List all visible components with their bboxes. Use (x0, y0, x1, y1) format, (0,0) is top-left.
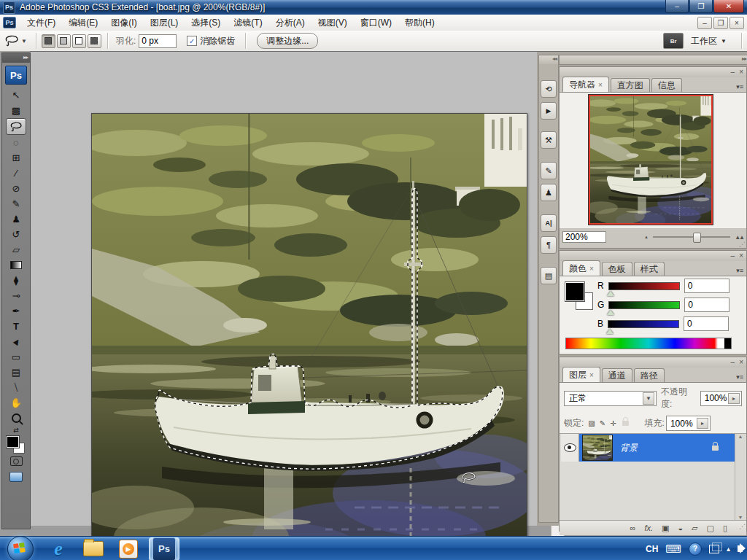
scroll-up-arrow[interactable]: ▲ (735, 434, 746, 439)
red-value-input[interactable] (684, 279, 729, 293)
taskbar-file-explorer[interactable] (79, 538, 108, 560)
bridge-button[interactable]: Br (663, 33, 684, 49)
new-layer-icon[interactable]: ▢ (707, 524, 714, 533)
panel-close-icon[interactable]: × (739, 68, 743, 76)
taskbar-media-player[interactable]: ▶ (114, 538, 143, 560)
tab-histogram[interactable]: 直方图 (611, 78, 650, 92)
spot-healing-brush-tool[interactable]: ⊘ (7, 181, 26, 196)
panel-flyout-menu-icon[interactable]: ▾≡ (736, 83, 743, 90)
panel-close-icon[interactable]: × (739, 358, 743, 366)
shape-tool[interactable]: ▭ (7, 349, 26, 365)
layer-style-icon[interactable]: fx. (644, 524, 653, 532)
lasso-tool[interactable] (6, 118, 26, 135)
tab-close-icon[interactable]: × (598, 81, 603, 89)
blue-slider[interactable] (608, 320, 679, 328)
menu-select[interactable]: 选择(S) (185, 15, 227, 31)
delete-layer-icon[interactable]: ▯ (723, 524, 727, 533)
red-slider[interactable] (608, 282, 680, 290)
tab-color[interactable]: 颜色 × (562, 260, 600, 276)
blend-mode-select[interactable]: 正常 ▼ (564, 391, 657, 406)
blue-slider-thumb[interactable] (606, 325, 614, 334)
document-close-button[interactable]: × (729, 17, 744, 29)
zoom-tool[interactable] (7, 411, 26, 426)
foreground-color-swatch[interactable] (565, 282, 584, 301)
keyboard-icon[interactable]: ⌨ (665, 542, 681, 556)
volume-icon[interactable] (738, 545, 743, 552)
path-selection-tool[interactable]: ► (7, 334, 26, 349)
visibility-cell[interactable] (561, 434, 579, 462)
hand-tool[interactable]: ✋ (7, 395, 26, 411)
quick-mask-button[interactable] (7, 454, 26, 469)
blur-tool[interactable]: ⧫ (7, 273, 26, 288)
menu-filter[interactable]: 滤镜(T) (227, 15, 268, 31)
dodge-tool[interactable]: ⊸ (7, 288, 26, 303)
window-switcher-icon[interactable] (709, 545, 719, 553)
history-panel-button[interactable]: ⟲ (541, 80, 557, 98)
selection-mode-new-button[interactable] (42, 34, 55, 48)
canvas[interactable] (91, 113, 527, 560)
lock-transparency-icon[interactable]: ▨ (588, 419, 595, 427)
lock-image-icon[interactable]: ✎ (600, 419, 605, 427)
tab-info[interactable]: 信息 (651, 78, 682, 92)
green-value-input[interactable] (684, 298, 729, 312)
slice-tool[interactable]: ∕ (7, 166, 26, 181)
quick-selection-tool[interactable]: ◌ (7, 135, 26, 150)
tab-navigator[interactable]: 导航器 × (562, 77, 609, 92)
opacity-field[interactable]: 100% ▸ (700, 391, 742, 406)
tool-presets-panel-button[interactable]: ⚒ (541, 131, 557, 149)
swap-colors-button[interactable]: ⇄ (7, 426, 26, 435)
tab-channels[interactable]: 通道 (602, 368, 632, 382)
tab-close-icon[interactable]: × (589, 265, 594, 273)
move-tool[interactable]: ↖ (7, 88, 26, 103)
strip-collapse-button[interactable]: ◂◂ (539, 55, 558, 64)
toolbox-collapse-button[interactable]: ▸▸ (2, 53, 30, 63)
menu-window[interactable]: 窗口(W) (354, 15, 398, 31)
selection-mode-add-button[interactable] (57, 34, 71, 48)
clone-source-panel-button[interactable]: ♟ (541, 184, 557, 201)
character-panel-button[interactable]: A| (541, 214, 557, 232)
pen-tool[interactable]: ✒ (7, 303, 26, 319)
panel-minimize-icon[interactable]: – (731, 252, 735, 260)
taskbar-internet-explorer[interactable]: e (44, 538, 73, 560)
tab-swatches[interactable]: 色板 (602, 262, 632, 276)
notes-tool[interactable]: ▤ (7, 365, 26, 380)
color-swatches[interactable] (7, 436, 26, 454)
brush-tool[interactable]: ✎ (7, 196, 26, 211)
window-restore-button[interactable]: ❐ (689, 0, 713, 13)
panel-minimize-icon[interactable]: – (731, 68, 735, 76)
menu-image[interactable]: 图像(I) (104, 15, 143, 31)
eraser-tool[interactable]: ▱ (7, 242, 26, 257)
dock-expand-button[interactable]: ▸▸ (559, 55, 747, 65)
document-minimize-button[interactable]: – (697, 17, 712, 29)
menu-analysis[interactable]: 分析(A) (269, 15, 311, 31)
tab-styles[interactable]: 样式 (634, 262, 665, 276)
adjustment-layer-icon[interactable]: ◒ (678, 524, 683, 532)
tab-paths[interactable]: 路径 (634, 368, 665, 382)
gradient-tool[interactable] (7, 257, 26, 273)
new-group-icon[interactable]: ▱ (692, 524, 697, 533)
layer-list-scrollbar[interactable]: ▲ ▼ (735, 434, 746, 520)
lock-all-icon[interactable] (622, 421, 629, 426)
menu-file[interactable]: 文件(F) (20, 15, 62, 31)
refine-edge-button[interactable]: 调整边缘... (257, 33, 318, 49)
crop-tool[interactable]: ⊞ (7, 150, 26, 166)
document-restore-button[interactable]: ❐ (713, 17, 728, 29)
clone-stamp-tool[interactable]: ♟ (7, 211, 26, 227)
blue-value-input[interactable] (684, 316, 729, 331)
window-close-button[interactable]: ✕ (713, 0, 744, 13)
type-tool[interactable]: T (7, 319, 26, 334)
layer-mask-icon[interactable]: ▣ (662, 524, 669, 533)
workspace-dropdown[interactable]: 工作区 ▼ (691, 35, 727, 47)
panel-flyout-menu-icon[interactable]: ▾≡ (736, 267, 743, 274)
navigator-thumbnail[interactable] (588, 94, 713, 225)
selection-mode-intersect-button[interactable] (88, 34, 101, 48)
tool-preset-picker[interactable]: ▼ (0, 34, 31, 48)
menu-layer[interactable]: 图层(L) (144, 15, 185, 31)
language-indicator[interactable]: CH (646, 544, 658, 554)
eyedropper-tool[interactable]: ⧹ (7, 380, 26, 395)
zoom-in-icon[interactable]: ▲▲ (735, 234, 743, 241)
selection-mode-subtract-button[interactable] (72, 34, 86, 48)
green-slider-thumb[interactable] (607, 306, 614, 315)
window-minimize-button[interactable]: – (665, 0, 689, 13)
actions-panel-button[interactable]: ▶ (541, 102, 557, 120)
